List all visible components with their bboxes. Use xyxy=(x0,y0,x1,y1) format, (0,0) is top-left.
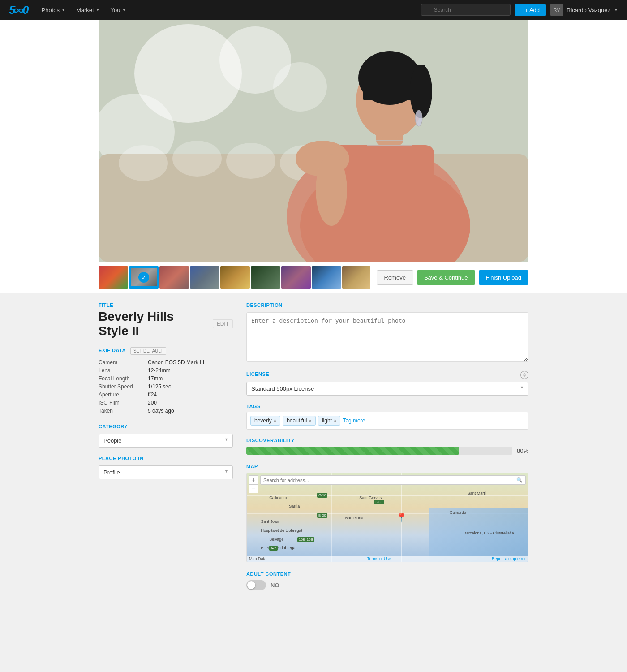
thumbnail-4[interactable] xyxy=(190,266,219,289)
thumbnail-1[interactable] xyxy=(99,266,128,289)
thumbnail-selected-check: ✓ xyxy=(138,272,149,283)
discoverability-label: DISCOVERABILITY xyxy=(246,438,528,443)
license-label: LICENSE xyxy=(246,371,269,377)
search-input[interactable] xyxy=(421,4,511,16)
finish-upload-button[interactable]: Finish Upload xyxy=(479,270,529,285)
thumbnail-5[interactable] xyxy=(220,266,250,289)
toggle-knob xyxy=(247,581,255,589)
edit-title-button[interactable]: EDIT xyxy=(213,319,233,328)
map-road-v1 xyxy=(331,473,332,562)
description-label: DESCRIPTION xyxy=(246,302,528,308)
progress-bar-inner xyxy=(246,447,459,455)
place-select-wrap: ProfileSetStory xyxy=(99,463,233,479)
map-city-guinardo: Guinardo xyxy=(450,510,466,515)
exif-camera-row: Camera Canon EOS 5D Mark III xyxy=(99,358,233,366)
progress-bar-wrap: 80% xyxy=(246,447,528,455)
title-label: TITLE xyxy=(99,302,233,308)
tags-section: TAGS beverly × beautiful × light × xyxy=(246,404,528,430)
set-default-button[interactable]: SET DEFAULT xyxy=(130,347,166,355)
exif-shutter-row: Shutter Speed 1/125 sec xyxy=(99,383,233,391)
svg-point-17 xyxy=(410,65,432,118)
map-road-h1 xyxy=(247,495,528,496)
map-container[interactable]: Badalona Nou Barris Sol i Aire Callicant… xyxy=(246,473,528,562)
progress-bar-outer xyxy=(246,447,512,455)
tag-beautiful-remove[interactable]: × xyxy=(309,418,312,423)
tag-light: light × xyxy=(318,416,340,426)
description-textarea[interactable] xyxy=(246,312,528,362)
thumbnail-2[interactable]: ✓ xyxy=(129,266,159,289)
main-photo xyxy=(99,20,528,262)
nav-photos[interactable]: Photos ▼ xyxy=(36,0,70,20)
svg-point-19 xyxy=(316,154,347,226)
tags-container: beverly × beautiful × light × Tag more..… xyxy=(246,412,528,430)
thumbnail-3[interactable] xyxy=(159,266,189,289)
svg-point-7 xyxy=(172,141,222,177)
map-city-hospitalet: Hospitalet de Llobregat xyxy=(261,528,302,533)
save-continue-button[interactable]: Save & Continue xyxy=(417,270,475,285)
license-select[interactable]: Standard 500px LicenseCreative Commons C… xyxy=(246,382,528,396)
map-search-input[interactable] xyxy=(263,478,514,483)
toggle-row: NO xyxy=(246,580,528,590)
license-select-wrap: Standard 500px LicenseCreative Commons C… xyxy=(246,379,528,396)
market-chevron-icon: ▼ xyxy=(96,8,100,12)
nav-market[interactable]: Market ▼ xyxy=(71,0,105,20)
map-background: Badalona Nou Barris Sol i Aire Callicant… xyxy=(247,473,528,562)
map-highway-b20: B-20 xyxy=(317,513,327,518)
map-city-belvitge: Belvitge xyxy=(269,537,283,542)
navbar: 5∞0 Photos ▼ Market ▼ You ▼ 🔍 + + Add RV… xyxy=(0,0,627,20)
place-section: PLACE PHOTO IN ProfileSetStory xyxy=(99,456,233,479)
map-highway-a2: A-2 xyxy=(269,546,277,551)
avatar: RV xyxy=(550,4,563,16)
thumbnail-7[interactable] xyxy=(281,266,311,289)
map-city-calicanto: Callicanto xyxy=(269,495,287,500)
title-row: Beverly Hills Style II EDIT xyxy=(99,310,233,338)
license-info-icon[interactable]: © xyxy=(520,371,528,379)
map-highway-c18: C-18 xyxy=(317,493,327,498)
thumbnail-9[interactable] xyxy=(342,266,370,289)
place-select[interactable]: ProfileSetStory xyxy=(99,465,233,479)
svg-point-22 xyxy=(415,110,422,126)
photo-image xyxy=(99,20,528,262)
you-chevron-icon: ▼ xyxy=(122,8,126,12)
exif-section: EXIF DATA SET DEFAULT Camera Canon EOS 5… xyxy=(99,347,233,415)
exif-focal-row: Focal Length 17mm xyxy=(99,375,233,383)
map-highway-c33: C-33 xyxy=(374,500,384,504)
user-menu[interactable]: RV Ricardo Vazquez ▼ xyxy=(550,4,618,16)
tag-beverly-remove[interactable]: × xyxy=(274,418,276,423)
map-zoom-in[interactable]: + xyxy=(249,475,258,484)
category-label: CATEGORY xyxy=(99,424,233,429)
map-pin: 📍 xyxy=(396,512,407,523)
tag-more-input[interactable]: Tag more... xyxy=(343,418,369,424)
photo-title: Beverly Hills Style II xyxy=(99,310,207,338)
svg-point-6 xyxy=(119,145,168,181)
category-select-wrap: PeopleNatureArchitectureTravelAbstractPo… xyxy=(99,431,233,448)
content-area: TITLE Beverly Hills Style II EDIT EXIF D… xyxy=(99,293,528,612)
add-button[interactable]: + + Add xyxy=(515,4,546,16)
thumbnail-6[interactable] xyxy=(251,266,280,289)
map-city-barcelona: Barcelona xyxy=(345,516,364,520)
tag-light-remove[interactable]: × xyxy=(334,418,336,423)
exif-table: Camera Canon EOS 5D Mark III Lens 12-24m… xyxy=(99,358,233,415)
thumbnail-8[interactable] xyxy=(312,266,341,289)
main-photo-container: ✓ Remove Save & Continue Finish Upload xyxy=(99,20,528,293)
map-city-sarria: Sarria xyxy=(289,504,300,508)
map-section: MAP Badalona xyxy=(246,464,528,562)
adult-content-toggle[interactable] xyxy=(246,580,266,590)
map-footer: Map Data Terms of Use Report a map error xyxy=(247,556,528,562)
tag-beautiful: beautiful × xyxy=(283,416,316,426)
category-select[interactable]: PeopleNatureArchitectureTravelAbstractPo… xyxy=(99,434,233,448)
action-bar: ✓ Remove Save & Continue Finish Upload xyxy=(99,262,528,293)
action-buttons: Remove Save & Continue Finish Upload xyxy=(377,270,529,285)
user-chevron-icon: ▼ xyxy=(614,8,618,12)
exif-taken-row: Taken 5 days ago xyxy=(99,407,233,415)
tag-beverly: beverly × xyxy=(250,416,280,426)
photos-chevron-icon: ▼ xyxy=(61,8,65,12)
left-column: TITLE Beverly Hills Style II EDIT EXIF D… xyxy=(99,302,233,598)
nav-you[interactable]: You ▼ xyxy=(105,0,132,20)
remove-button[interactable]: Remove xyxy=(377,270,413,285)
exif-label: EXIF DATA xyxy=(99,348,126,353)
map-zoom-out[interactable]: − xyxy=(249,484,258,493)
search-wrap: 🔍 xyxy=(421,4,511,16)
description-section: DESCRIPTION xyxy=(246,302,528,363)
logo[interactable]: 5∞0 xyxy=(9,3,28,17)
